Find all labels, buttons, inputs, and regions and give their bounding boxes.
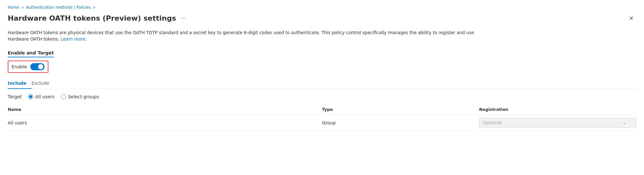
table-header-row: Name Type Registration (8, 104, 636, 115)
col-header-name: Name (8, 104, 322, 115)
col-header-type: Type (322, 104, 479, 115)
breadcrumb-auth-methods[interactable]: Authentication methods | Policies (26, 5, 91, 10)
radio-select-groups[interactable]: Select groups (61, 94, 99, 99)
learn-more-link[interactable]: Learn more. (61, 36, 87, 42)
cell-name: All users (8, 114, 322, 131)
toggle-track[interactable] (30, 63, 45, 70)
radio-select-groups-label: Select groups (68, 94, 99, 99)
target-label: Target (8, 94, 22, 99)
radio-all-users[interactable]: All users (28, 94, 55, 99)
radio-select-groups-input[interactable] (61, 94, 66, 99)
registration-dropdown[interactable]: Optional ⌄ (479, 118, 636, 128)
enable-label: Enable (12, 64, 27, 69)
registration-value: Optional (483, 120, 502, 125)
target-row: Target All users Select groups (8, 94, 636, 99)
tab-include[interactable]: Include (8, 78, 32, 89)
description-text: Hardware OATH tokens are physical device… (8, 29, 492, 43)
chevron-down-icon: ⌄ (623, 121, 626, 125)
toggle-thumb (38, 64, 43, 69)
enable-row: Enable (8, 61, 48, 73)
tab-exclude[interactable]: Exclude (32, 78, 55, 89)
page-title-area: Hardware OATH tokens (Preview) settings … (8, 14, 188, 22)
enable-toggle[interactable] (30, 63, 45, 70)
include-exclude-tabs: Include Exclude (8, 78, 636, 89)
breadcrumb-sep-2: > (93, 5, 96, 10)
users-table: Name Type Registration All users Group O… (8, 104, 636, 131)
registration-select-wrapper: Optional ⌄ (479, 118, 636, 128)
breadcrumb: Home > Authentication methods | Policies… (8, 5, 636, 10)
page-title: Hardware OATH tokens (Preview) settings (8, 14, 176, 22)
table-row: All users Group Optional ⌄ (8, 114, 636, 131)
radio-all-users-label: All users (35, 94, 55, 99)
breadcrumb-sep-1: > (21, 5, 24, 10)
breadcrumb-home[interactable]: Home (8, 5, 19, 10)
cell-registration: Optional ⌄ (479, 114, 636, 131)
section-header: Enable and Target (8, 50, 54, 57)
col-header-registration: Registration (479, 104, 636, 115)
more-options-button[interactable]: ··· (179, 15, 188, 22)
close-button[interactable]: ✕ (626, 14, 636, 23)
cell-type: Group (322, 114, 479, 131)
radio-all-users-input[interactable] (28, 94, 33, 99)
page-header: Hardware OATH tokens (Preview) settings … (8, 14, 636, 23)
